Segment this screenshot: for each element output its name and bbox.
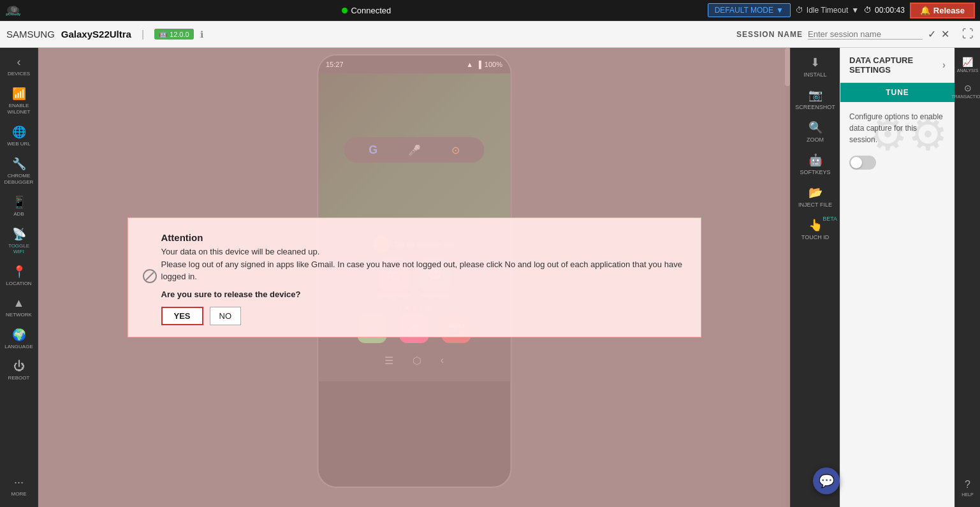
svg-line-5 [146,272,154,280]
reboot-icon: ⏻ [13,360,25,373]
sidebar-item-devices[interactable]: ‹ DEVICES [0,50,38,82]
tool-softkeys[interactable]: 🤖 SOFTKEYS [791,148,840,180]
dialog-question: Are you sure to release the device? [161,290,685,299]
install-icon: ⬇ [810,55,820,70]
sidebar-item-label-location: LOCATION [6,281,31,286]
sidebar-item-language[interactable]: 🌍 LANGUAGE [0,323,38,355]
language-icon: 🌍 [12,328,26,342]
zoom-label: ZOOM [807,136,824,143]
session-name-input[interactable] [808,29,923,40]
attention-dialog: Attention Your data on this device will … [128,217,701,337]
inject-file-icon: 📂 [808,186,823,200]
expand-icon[interactable]: › [942,59,946,71]
sidebar-item-label-network: NETWORK [6,312,32,318]
sidebar-item-adb[interactable]: 📱 ADB [0,190,38,222]
separator: | [142,29,144,40]
timer-display: ⏱ 00:00:43 [864,6,905,15]
logo: pCloudy [5,3,26,17]
sidebar-item-label-wildnet: ENABLEWILDNET [8,103,31,115]
sidebar-item-network[interactable]: ▲ NETWORK [0,291,38,323]
yes-button[interactable]: YES [161,307,203,325]
tune-label: TUNE [886,88,909,97]
sidebar-item-label-chrome: CHROMEDEBUGGER [4,173,34,185]
sidebar-item-toggle-wifi[interactable]: 📡 TOGGLE WIFI [0,222,38,260]
tool-touch-id[interactable]: BETA 👆 TOUCH ID [791,213,840,246]
default-mode-button[interactable]: DEFAULT MODE ▼ [708,3,791,17]
confirm-icon[interactable]: ✓ [928,28,936,40]
panel-header-row: DATA CAPTURE SETTINGS › [840,48,954,83]
session-section: SESSION NAME ✓ ✕ [736,28,949,40]
sidebar-item-label-reboot: REBOOT [8,375,30,381]
connected-dot [342,8,347,13]
sidebar-item-label-devices: DEVICES [8,71,30,77]
softkeys-icon: 🤖 [808,153,823,167]
toggle-knob [851,157,862,168]
connected-label: Connected [351,6,391,15]
device-brand: SAMSUNG [6,29,55,40]
top-bar-right: DEFAULT MODE ▼ ⏱ Idle Timeout ▼ ⏱ 00:00:… [708,3,975,18]
tool-inject-file[interactable]: 📂 INJECT FILE [791,180,840,213]
connected-status: Connected [342,6,391,15]
pcloudy-logo: pCloudy [5,3,26,17]
cancel-icon[interactable]: ✕ [941,28,949,40]
session-label: SESSION NAME [736,30,803,39]
tool-install[interactable]: ⬇ INSTALL [791,50,840,83]
device-model: GalaxyS22Ultra [61,29,131,40]
timer-value: 00:00:43 [875,6,905,15]
release-button[interactable]: 🔔 Release [910,3,975,18]
idle-timeout-label: Idle Timeout [807,6,848,15]
info-icon[interactable]: ℹ [200,29,203,40]
analysis-label: ANALYSIS [957,68,979,73]
adb-icon: 📱 [12,195,26,209]
top-bar: pCloudy Connected DEFAULT MODE ▼ ⏱ Idle … [0,0,980,21]
dialog-message: Your data on this device will be cleaned… [161,246,685,283]
right-tools: ⬇ INSTALL 📷 SCREENSHOT 🔍 ZOOM 🤖 SOFTKEYS… [790,48,840,507]
dialog-overlay: Attention Your data on this device will … [38,48,790,507]
help-icon: ? [965,479,970,490]
sidebar-item-chrome-debugger[interactable]: 🔧 CHROMEDEBUGGER [0,152,38,190]
sidebar-item-reboot[interactable]: ⏻ REBOOT [0,355,38,386]
tool-zoom[interactable]: 🔍 ZOOM [791,115,840,148]
analysis-item[interactable]: 📈 ANALYSIS [955,52,980,78]
toggle-wifi-icon: 📡 [12,227,26,241]
mode-label: DEFAULT MODE [715,6,773,15]
inject-file-label: INJECT FILE [798,202,832,208]
main-layout: ‹ DEVICES 📶 ENABLEWILDNET 🌐 WEB URL 🔧 CH… [0,48,980,507]
weburl-icon: 🌐 [12,125,26,139]
chat-icon: 💬 [819,473,835,489]
dialog-content: Attention Your data on this device will … [142,232,685,325]
release-icon: 🔔 [920,6,930,15]
touch-id-icon: 👆 [808,218,823,232]
far-right-icons: 📈 ANALYSIS ⊙ TRANSACTION ? HELP [954,48,980,507]
android-icon: 🤖 [159,30,168,38]
sidebar-item-location[interactable]: 📍 LOCATION [0,260,38,291]
tune-button[interactable]: TUNE [840,83,954,102]
sidebar-item-more[interactable]: ··· MORE [0,471,38,502]
center-area: 15:27 ▲ ▐ 100% G 🎤 ⊙ [38,48,790,507]
sidebar-item-enable-wildnet[interactable]: 📶 ENABLEWILDNET [0,82,38,120]
fullscreen-button[interactable]: ⛶ [962,27,974,41]
data-capture-title: DATA CAPTURE SETTINGS [849,55,942,75]
transaction-item[interactable]: ⊙ TRANSACTION [955,78,980,104]
touch-id-label: TOUCH ID [801,234,829,240]
no-button[interactable]: NO [210,307,242,325]
data-capture-header: DATA CAPTURE SETTINGS › [840,48,954,82]
sidebar-item-label-adb: ADB [13,211,24,217]
release-label: Release [933,6,965,15]
idle-timeout: ⏱ Idle Timeout ▼ [796,6,859,15]
data-capture-toggle[interactable] [849,156,876,170]
timer-icon: ⏱ [864,6,872,15]
screenshot-label: SCREENSHOT [795,104,835,110]
wildnet-icon: 📶 [12,87,26,101]
sidebar-item-weburl[interactable]: 🌐 WEB URL [0,120,38,152]
sidebar-item-label-language: LANGUAGE [4,344,33,349]
devices-icon: ‹ [17,55,21,69]
sidebar-item-label-wifi: TOGGLE WIFI [3,243,35,254]
tool-screenshot[interactable]: 📷 SCREENSHOT [791,83,840,115]
transaction-label: TRANSACTION [951,94,980,99]
chat-bubble-button[interactable]: 💬 [813,467,840,494]
help-button[interactable]: ? HELP [955,474,980,502]
analysis-icon: 📈 [962,57,973,67]
more-icon: ··· [14,476,24,489]
gear-bg-icon: ⚙⚙ [868,108,948,161]
